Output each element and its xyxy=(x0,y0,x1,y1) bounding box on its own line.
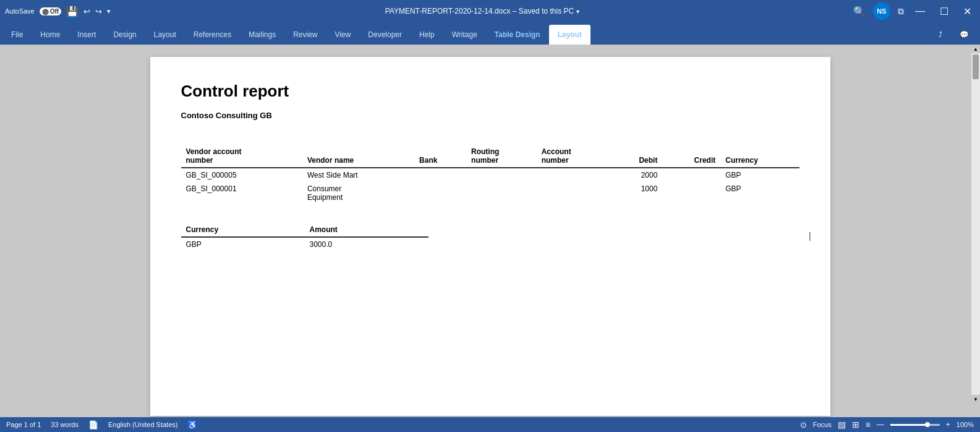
comments-button[interactable]: 💬 xyxy=(951,25,978,45)
table-header-row: Vendor accountnumber Vendor name Bank Ro… xyxy=(181,145,799,168)
focus-label[interactable]: Focus xyxy=(813,421,832,428)
ribbon-tabs: File Home Insert Design Layout Reference… xyxy=(0,22,980,45)
filename: PAYMENT-REPORT-2020-12-14.docx xyxy=(385,7,511,15)
zoom-out-button[interactable]: — xyxy=(877,420,884,429)
col-account-number: Accountnumber xyxy=(537,145,610,168)
tab-review[interactable]: Review xyxy=(284,25,326,45)
minimize-button[interactable]: — xyxy=(911,4,929,18)
zoom-percent[interactable]: 100% xyxy=(957,421,974,428)
toggle-circle: ⬤ xyxy=(42,8,49,15)
save-status-text: Saved to this PC xyxy=(519,7,574,15)
web-layout-icon[interactable]: ⊞ xyxy=(852,420,859,430)
summary-header-row: Currency Amount xyxy=(181,223,428,237)
scroll-up-button[interactable]: ▲ xyxy=(971,45,980,53)
vertical-scrollbar[interactable]: ▲ ▼ xyxy=(971,45,980,404)
zoom-thumb[interactable] xyxy=(925,422,930,427)
close-button[interactable]: ✕ xyxy=(960,4,975,19)
col-currency: Currency xyxy=(720,145,799,168)
tab-home[interactable]: Home xyxy=(32,25,69,45)
summary-currency: GBP xyxy=(181,237,305,251)
zoom-slider[interactable] xyxy=(890,424,940,426)
cell-vendor-name-1: West Side Mart xyxy=(302,168,414,182)
print-layout-icon[interactable]: ▤ xyxy=(838,420,846,430)
document-subtitle: Contoso Consulting GB xyxy=(181,111,799,120)
tab-insert[interactable]: Insert xyxy=(69,25,104,45)
summary-col-currency: Currency xyxy=(181,223,305,237)
maximize-button[interactable]: ☐ xyxy=(936,4,952,19)
cell-bank-1 xyxy=(414,168,466,182)
save-status: – xyxy=(513,7,519,15)
save-dropdown-icon[interactable]: ▾ xyxy=(576,8,579,15)
word-count: 33 words xyxy=(51,421,79,428)
autosave-label: AutoSave xyxy=(5,7,35,15)
page-info: Page 1 of 1 xyxy=(6,421,41,428)
table-row: GB_SI_000001 ConsumerEquipment 1000 GBP xyxy=(181,182,799,204)
undo-icon[interactable]: ↩ xyxy=(83,7,90,16)
col-credit: Credit xyxy=(662,145,720,168)
col-routing-number: Routingnumber xyxy=(466,145,537,168)
scroll-thumb[interactable] xyxy=(973,54,979,79)
document-page[interactable]: I Control report Contoso Consulting GB V… xyxy=(150,57,830,416)
cell-routing-1 xyxy=(466,168,537,182)
title-bar-center: PAYMENT-REPORT-2020-12-14.docx – Saved t… xyxy=(111,7,853,15)
tab-table-design[interactable]: Table Design xyxy=(486,25,549,45)
save-icon[interactable]: 💾 xyxy=(66,6,79,17)
language[interactable]: English (United States) xyxy=(108,421,178,428)
cell-vendor-account-1: GB_SI_000005 xyxy=(181,168,302,182)
document-title: Control report xyxy=(181,82,799,101)
restore-icon[interactable]: ⧉ xyxy=(898,6,904,17)
page-wrapper: I Control report Contoso Consulting GB V… xyxy=(0,45,980,417)
title-bar-right: 🔍 NS ⧉ — ☐ ✕ xyxy=(853,2,975,20)
tab-mailings[interactable]: Mailings xyxy=(240,25,284,45)
zoom-bar-fill xyxy=(890,424,925,426)
summary-row: GBP 3000.0 xyxy=(181,237,428,251)
tab-view[interactable]: View xyxy=(326,25,360,45)
table-row: GB_SI_000005 West Side Mart 2000 GBP xyxy=(181,168,799,182)
scroll-track[interactable] xyxy=(971,53,980,395)
user-avatar[interactable]: NS xyxy=(873,2,890,20)
summary-col-amount: Amount xyxy=(305,223,428,237)
text-cursor: I xyxy=(808,230,812,244)
status-bar: Page 1 of 1 33 words 📄 English (United S… xyxy=(0,417,980,432)
title-bar-left: AutoSave ⬤ Off 💾 ↩ ↪ ▾ xyxy=(5,6,111,17)
tab-references[interactable]: References xyxy=(185,25,240,45)
tab-layout2[interactable]: Layout xyxy=(549,25,590,45)
col-debit: Debit xyxy=(610,145,662,168)
proofread-icon[interactable]: 📄 xyxy=(88,420,98,430)
share-button[interactable]: ⤴ xyxy=(930,25,951,45)
tab-developer[interactable]: Developer xyxy=(359,25,411,45)
cell-bank-2 xyxy=(414,182,466,204)
scroll-down-button[interactable]: ▼ xyxy=(971,395,980,404)
tab-design[interactable]: Design xyxy=(104,25,145,45)
cell-routing-2 xyxy=(466,182,537,204)
summary-amount: 3000.0 xyxy=(305,237,428,251)
col-vendor-account: Vendor accountnumber xyxy=(181,145,302,168)
search-icon[interactable]: 🔍 xyxy=(853,6,866,17)
tab-writage[interactable]: Writage xyxy=(443,25,486,45)
cell-account-1 xyxy=(537,168,610,182)
main-data-table: Vendor accountnumber Vendor name Bank Ro… xyxy=(181,145,799,204)
cell-credit-2 xyxy=(662,182,720,204)
summary-table: Currency Amount GBP 3000.0 xyxy=(181,223,428,251)
autosave-toggle[interactable]: ⬤ Off xyxy=(40,7,61,15)
col-bank: Bank xyxy=(414,145,466,168)
content-area: ▲ ▼ I Control report Contoso Consulting … xyxy=(0,45,980,417)
cell-vendor-name-2: ConsumerEquipment xyxy=(302,182,414,204)
zoom-in-button[interactable]: + xyxy=(946,420,950,429)
accessibility-icon[interactable]: ♿ xyxy=(187,420,197,430)
col-vendor-name: Vendor name xyxy=(302,145,414,168)
tab-layout[interactable]: Layout xyxy=(145,25,185,45)
tab-help[interactable]: Help xyxy=(411,25,443,45)
cell-vendor-account-2: GB_SI_000001 xyxy=(181,182,302,204)
cell-account-2 xyxy=(537,182,610,204)
focus-icon[interactable]: ⊙ xyxy=(800,420,807,430)
redo-icon[interactable]: ↪ xyxy=(95,7,102,16)
cell-credit-1 xyxy=(662,168,720,182)
title-bar: AutoSave ⬤ Off 💾 ↩ ↪ ▾ PAYMENT-REPORT-20… xyxy=(0,0,980,22)
cell-debit-2: 1000 xyxy=(610,182,662,204)
cell-currency-1: GBP xyxy=(720,168,799,182)
tab-file[interactable]: File xyxy=(2,25,32,45)
cell-debit-1: 2000 xyxy=(610,168,662,182)
status-bar-right: ⊙ Focus ▤ ⊞ ≡ — + 100% xyxy=(800,420,974,430)
outline-view-icon[interactable]: ≡ xyxy=(866,420,871,430)
